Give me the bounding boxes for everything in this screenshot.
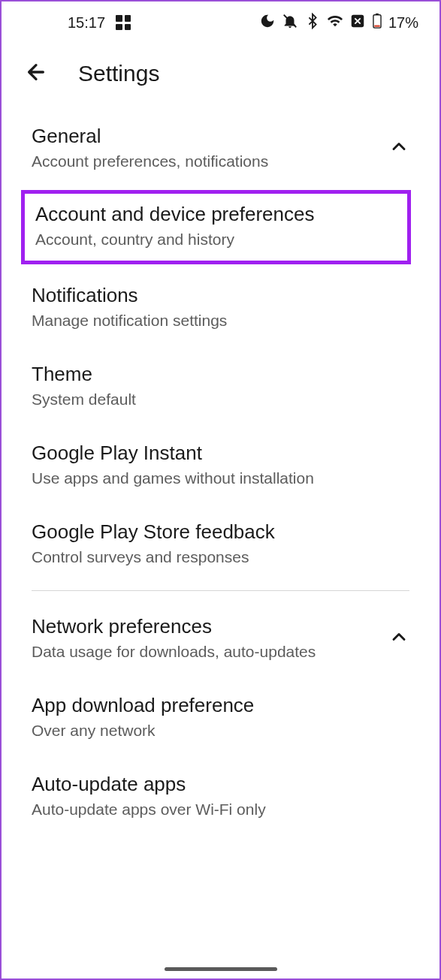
item-account-device-preferences[interactable]: Account and device preferences Account, …	[21, 190, 411, 264]
chevron-up-icon	[388, 626, 409, 650]
svg-rect-3	[376, 14, 379, 15]
svg-rect-4	[374, 26, 379, 27]
back-arrow-icon[interactable]	[24, 60, 48, 87]
item-subtitle: Use apps and games without installation	[32, 469, 409, 487]
close-box-icon	[349, 13, 366, 32]
item-title: Theme	[32, 363, 409, 386]
page-title: Settings	[78, 61, 159, 86]
home-indicator[interactable]	[165, 967, 277, 971]
bell-off-icon	[282, 13, 298, 32]
item-subtitle: Auto-update apps over Wi-Fi only	[32, 801, 409, 819]
section-general[interactable]: General Account preferences, notificatio…	[2, 108, 439, 187]
section-network-preferences[interactable]: Network preferences Data usage for downl…	[2, 599, 439, 677]
status-left: 15:17	[68, 14, 131, 32]
item-subtitle: Account, country and history	[35, 231, 397, 249]
item-subtitle: Manage notification settings	[32, 312, 409, 330]
item-title: Google Play Instant	[32, 442, 409, 465]
chevron-up-icon	[388, 136, 409, 160]
wifi-icon	[327, 13, 343, 32]
item-title: Account and device preferences	[35, 203, 397, 226]
item-app-download-preference[interactable]: App download preference Over any network	[2, 677, 439, 756]
item-subtitle: Data usage for downloads, auto-updates	[32, 643, 316, 661]
item-title: App download preference	[32, 694, 409, 717]
battery-percent: 17%	[388, 14, 418, 32]
moon-icon	[259, 13, 276, 32]
item-google-play-feedback[interactable]: Google Play Store feedback Control surve…	[2, 504, 439, 583]
item-subtitle: Control surveys and responses	[32, 548, 409, 566]
item-theme[interactable]: Theme System default	[2, 346, 439, 425]
item-subtitle: System default	[32, 390, 409, 409]
item-title: Notifications	[32, 284, 409, 307]
item-title: General	[32, 125, 268, 148]
app-header: Settings	[2, 44, 439, 108]
item-auto-update-apps[interactable]: Auto-update apps Auto-update apps over W…	[2, 756, 439, 835]
status-time: 15:17	[68, 14, 105, 32]
item-notifications[interactable]: Notifications Manage notification settin…	[2, 267, 439, 346]
item-title: Google Play Store feedback	[32, 520, 409, 544]
item-subtitle: Account preferences, notifications	[32, 152, 268, 170]
settings-list: General Account preferences, notificatio…	[2, 108, 439, 835]
item-title: Network preferences	[32, 615, 316, 638]
bluetooth-icon	[304, 13, 321, 32]
status-right: 17%	[259, 13, 418, 32]
item-google-play-instant[interactable]: Google Play Instant Use apps and games w…	[2, 425, 439, 504]
status-bar: 15:17 17%	[2, 2, 439, 44]
battery-icon	[372, 13, 382, 32]
divider	[32, 590, 409, 591]
item-subtitle: Over any network	[32, 722, 409, 740]
slack-icon	[116, 15, 131, 30]
item-title: Auto-update apps	[32, 773, 409, 796]
